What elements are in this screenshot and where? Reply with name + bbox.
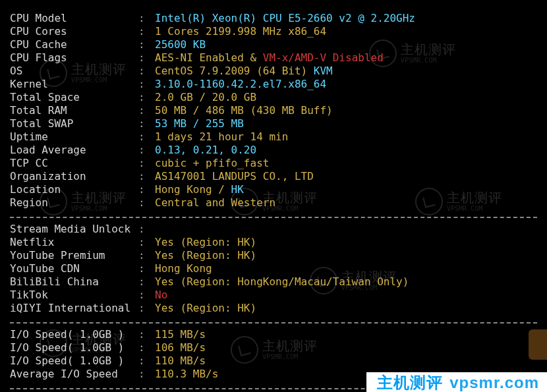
row-value: 110 MB/s — [155, 354, 206, 368]
info-row-6: Total Space: 2.0 GB / 20.0 GB — [10, 91, 537, 104]
row-value: 53 MB / 255 MB — [155, 117, 244, 130]
row-label: I/O Speed( 1.0GB ) — [10, 328, 138, 341]
row-colon: : — [138, 262, 155, 275]
source-badge: 主机测评 vpsmr.com — [366, 372, 547, 392]
badge-title: 主机测评 — [377, 376, 443, 389]
row-colon: : — [138, 341, 155, 354]
row-value: cubic + pfifo_fast — [155, 157, 269, 170]
row-value: 2.0 GB / 20.0 GB — [155, 91, 256, 104]
row-label: Total SWAP — [10, 117, 138, 130]
row-colon: : — [138, 328, 155, 341]
row-value: AES-NI Enabled & VM-x/AMD-V Disabled — [155, 51, 384, 65]
row-value: Yes (Region: HK) — [155, 236, 256, 249]
row-value: Yes (Region: HongKong/Macau/Taiwan Only) — [155, 275, 409, 289]
row-value: 3.10.0-1160.42.2.el7.x86_64 — [155, 78, 326, 91]
row-label: OS — [10, 65, 138, 78]
row-value: 50 MB / 486 MB (430 MB Buff) — [155, 104, 333, 117]
row-value: AS147001 LANDUPS CO., LTD — [155, 170, 314, 183]
info-row-1: CPU Cores: 1 Cores 2199.998 MHz x86_64 — [10, 25, 537, 38]
row-colon: : — [138, 104, 155, 117]
stream-row-3: BiliBili China: Yes (Region: HongKong/Ma… — [10, 275, 537, 289]
stream-header-row: Stream Media Unlock: — [10, 223, 537, 236]
row-value: 25600 KB — [155, 38, 206, 51]
row-value: Yes (Region: HK) — [155, 249, 256, 262]
stream-row-5: iQIYI International: Yes (Region: HK) — [10, 302, 537, 315]
row-value: 106 MB/s — [155, 341, 206, 354]
io-row-1: I/O Speed( 1.0GB ): 106 MB/s — [10, 341, 537, 354]
row-label: Uptime — [10, 130, 138, 144]
stream-row-0: Netflix: Yes (Region: HK) — [10, 236, 537, 249]
row-colon: : — [138, 249, 155, 262]
section-divider — [10, 215, 537, 218]
row-label: CPU Cache — [10, 38, 138, 51]
info-row-8: Total SWAP: 53 MB / 255 MB — [10, 117, 537, 130]
row-label: TikTok — [10, 289, 138, 302]
row-label: BiliBili China — [10, 275, 138, 289]
badge-domain: vpsmr.com — [449, 376, 539, 389]
row-label: Total Space — [10, 91, 138, 104]
row-colon: : — [138, 354, 155, 368]
row-value: Yes (Region: HK) — [155, 302, 256, 315]
row-colon: : — [138, 65, 155, 78]
row-label: Load Average — [10, 144, 138, 157]
row-label: Region — [10, 196, 138, 210]
section-divider — [10, 320, 537, 323]
row-colon: : — [138, 157, 155, 170]
row-value: 0.13, 0.21, 0.20 — [155, 144, 256, 157]
io-row-0: I/O Speed( 1.0GB ): 115 MB/s — [10, 328, 537, 341]
row-colon: : — [138, 183, 155, 196]
row-label: Kernel — [10, 78, 138, 91]
row-label: I/O Speed( 1.0GB ) — [10, 354, 138, 368]
stream-row-4: TikTok: No — [10, 289, 537, 302]
row-label: iQIYI International — [10, 302, 138, 315]
info-row-7: Total RAM: 50 MB / 486 MB (430 MB Buff) — [10, 104, 537, 117]
row-label: Average I/O Speed — [10, 368, 138, 381]
info-row-12: Organization: AS147001 LANDUPS CO., LTD — [10, 170, 537, 183]
row-value: CentOS 7.9.2009 (64 Bit) KVM — [155, 65, 333, 78]
row-colon: : — [138, 302, 155, 315]
row-label: CPU Flags — [10, 51, 138, 65]
row-colon: : — [138, 223, 155, 236]
row-label: YouTube Premium — [10, 249, 138, 262]
row-label: Total RAM — [10, 104, 138, 117]
row-value: Central and Western — [155, 196, 275, 210]
terminal-output: CPU Model: Intel(R) Xeon(R) CPU E5-2660 … — [0, 0, 547, 392]
info-row-9: Uptime: 1 days 21 hour 14 min — [10, 130, 537, 144]
row-colon: : — [138, 144, 155, 157]
info-row-4: OS: CentOS 7.9.2009 (64 Bit) KVM — [10, 65, 537, 78]
info-row-13: Location: Hong Kong / HK — [10, 183, 537, 196]
row-value: Hong Kong — [155, 262, 212, 275]
row-label: I/O Speed( 1.0GB ) — [10, 341, 138, 354]
row-label: Stream Media Unlock — [10, 223, 138, 236]
row-label: Organization — [10, 170, 138, 183]
info-row-2: CPU Cache: 25600 KB — [10, 38, 537, 51]
row-label: CPU Cores — [10, 25, 138, 38]
row-colon: : — [138, 275, 155, 289]
info-row-3: CPU Flags: AES-NI Enabled & VM-x/AMD-V D… — [10, 51, 537, 65]
row-value: 1 days 21 hour 14 min — [155, 130, 288, 144]
row-value: 1 Cores 2199.998 MHz x86_64 — [155, 25, 326, 38]
row-value: Intel(R) Xeon(R) CPU E5-2660 v2 @ 2.20GH… — [155, 12, 415, 25]
row-colon: : — [138, 170, 155, 183]
row-colon: : — [138, 25, 155, 38]
row-colon: : — [138, 51, 155, 65]
row-label: Netflix — [10, 236, 138, 249]
row-colon: : — [138, 91, 155, 104]
row-colon: : — [138, 236, 155, 249]
stream-row-1: YouTube Premium: Yes (Region: HK) — [10, 249, 537, 262]
row-colon: : — [138, 289, 155, 302]
row-label: YouTube CDN — [10, 262, 138, 275]
row-colon: : — [138, 368, 155, 381]
row-label: CPU Model — [10, 12, 138, 25]
row-colon: : — [138, 78, 155, 91]
info-row-5: Kernel: 3.10.0-1160.42.2.el7.x86_64 — [10, 78, 537, 91]
row-colon: : — [138, 130, 155, 144]
row-colon: : — [138, 117, 155, 130]
row-value: Hong Kong / HK — [155, 183, 244, 196]
info-row-10: Load Average: 0.13, 0.21, 0.20 — [10, 144, 537, 157]
info-row-0: CPU Model: Intel(R) Xeon(R) CPU E5-2660 … — [10, 12, 537, 25]
row-colon: : — [138, 38, 155, 51]
stream-row-2: YouTube CDN: Hong Kong — [10, 262, 537, 275]
row-colon: : — [138, 12, 155, 25]
row-value: 110.3 MB/s — [155, 368, 218, 381]
